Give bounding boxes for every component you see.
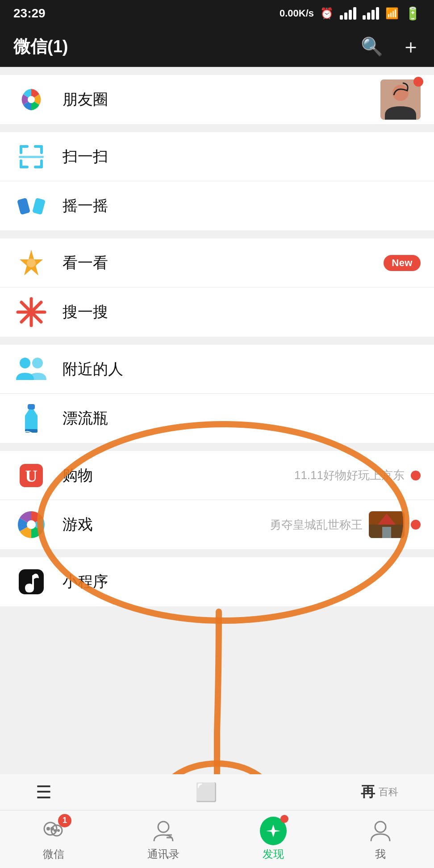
pengyouquan-right: [380, 79, 421, 120]
tab-wechat-icon-wrap: 1: [40, 818, 67, 844]
divider-top: [0, 67, 434, 75]
tab-contacts[interactable]: 通讯录: [147, 818, 179, 861]
svg-point-21: [20, 358, 30, 368]
svg-point-16: [27, 259, 36, 267]
tab-contacts-icon-wrap: [150, 818, 177, 844]
kankan-label: 看一看: [63, 253, 384, 273]
system-bar: ☰ ⬜ 再 百科: [0, 774, 434, 810]
badge-new: New: [384, 255, 421, 271]
wechat-badge: 1: [58, 814, 71, 827]
sousuou-label: 搜一搜: [63, 302, 421, 322]
app-title: 微信(1): [13, 35, 68, 58]
games-icon: [13, 507, 49, 542]
shopping-right: 11.11好物好玩上京东: [294, 467, 421, 483]
games-subtitle: 勇夺皇城乱世称王: [270, 517, 363, 533]
bottle-icon: [13, 401, 49, 436]
shopping-dot: [411, 471, 421, 480]
network-speed: 0.00K/s: [280, 8, 314, 19]
shopping-subtitle: 11.11好物好玩上京东: [294, 467, 405, 483]
shake-icon: [13, 188, 49, 224]
discover-circle: [260, 817, 287, 845]
svg-point-46: [375, 822, 386, 832]
kankan-right: New: [384, 255, 421, 271]
menu-item-miniprogram[interactable]: 小程序: [0, 557, 434, 606]
svg-rect-13: [17, 198, 30, 215]
home-btn[interactable]: ⬜: [195, 782, 217, 803]
section-shop: U 购物 11.11好物好玩上京东: [0, 451, 434, 549]
menu-item-bottle[interactable]: 漂流瓶: [0, 394, 434, 443]
clock-icon: ⏰: [320, 7, 334, 20]
tab-wechat[interactable]: 1 微信: [40, 818, 67, 861]
menu-item-pengyouquan[interactable]: 朋友圈: [0, 75, 434, 124]
divider-4: [0, 443, 434, 451]
pengyouquan-label: 朋友圈: [63, 89, 380, 110]
svg-rect-14: [32, 198, 46, 215]
divider-1: [0, 124, 434, 132]
miniprogram-icon: [13, 564, 49, 600]
divider-2: [0, 230, 434, 238]
nearby-icon: [13, 351, 49, 387]
menu-item-shake[interactable]: 摇一摇: [0, 181, 434, 230]
shopping-icon: U: [13, 458, 49, 493]
svg-rect-7: [40, 145, 43, 154]
status-bar: 23:29 0.00K/s ⏰ 📶 🔋: [0, 0, 434, 27]
menu-item-sousuou[interactable]: 搜一搜: [0, 288, 434, 337]
section-discover: 看一看 New 搜一搜: [0, 238, 434, 337]
svg-point-41: [57, 829, 60, 832]
pengyouquan-notification-dot: [413, 77, 423, 87]
status-right: 0.00K/s ⏰ 📶 🔋: [280, 6, 421, 21]
brand-label: 百科: [379, 785, 398, 799]
section-social: 朋友圈: [0, 75, 434, 124]
signal-icon-2: [363, 7, 379, 20]
games-thumbnail: [369, 511, 405, 538]
logo-area: 再 百科: [361, 782, 398, 802]
tab-discover[interactable]: 发现: [260, 818, 287, 861]
menu-item-games[interactable]: 游戏 勇夺皇城乱世称王: [0, 500, 434, 549]
divider-3: [0, 337, 434, 345]
wifi-icon: 📶: [385, 7, 399, 20]
svg-rect-32: [382, 527, 391, 538]
menu-item-kankan[interactable]: 看一看 New: [0, 238, 434, 288]
divider-5: [0, 549, 434, 557]
svg-point-42: [158, 822, 169, 832]
menu-item-shopping[interactable]: U 购物 11.11好物好玩上京东: [0, 451, 434, 500]
avatar-svg: [380, 79, 421, 120]
sousuou-icon: [13, 294, 49, 330]
search-icon[interactable]: 🔍: [361, 36, 383, 57]
shopping-label: 购物: [63, 465, 294, 486]
tab-me-label: 我: [375, 847, 386, 861]
contacts-tab-icon: [151, 819, 175, 843]
bottle-label: 漂流瓶: [63, 408, 421, 429]
games-label: 游戏: [63, 514, 270, 535]
scan-label: 扫一扫: [63, 146, 421, 167]
svg-text:U: U: [25, 467, 37, 485]
brand-icon: 再: [361, 782, 375, 802]
add-icon[interactable]: ＋: [401, 33, 421, 60]
menu-item-nearby[interactable]: 附近的人: [0, 345, 434, 394]
pengyouquan-svg: [15, 83, 47, 116]
avatar-image: [380, 79, 421, 120]
section-mini: 小程序: [0, 557, 434, 606]
svg-point-37: [46, 827, 50, 830]
svg-point-22: [32, 358, 43, 368]
content-area: 朋友圈: [0, 67, 434, 714]
svg-marker-45: [266, 825, 280, 837]
tab-wechat-label: 微信: [43, 847, 64, 861]
title-actions: 🔍 ＋: [361, 33, 421, 60]
section-nearby: 附近的人 漂流瓶: [0, 345, 434, 443]
tab-discover-label: 发现: [263, 847, 284, 861]
divider-bottom: [0, 606, 434, 620]
discover-dot: [280, 815, 288, 823]
title-bar: 微信(1) 🔍 ＋: [0, 27, 434, 67]
svg-rect-5: [20, 145, 22, 154]
svg-rect-25: [25, 429, 38, 433]
svg-rect-9: [20, 159, 22, 168]
tab-discover-icon-wrap: [260, 818, 287, 844]
menu-item-scan[interactable]: 扫一扫: [0, 132, 434, 181]
section-tools: 扫一扫 摇一摇: [0, 132, 434, 230]
me-tab-icon: [368, 819, 392, 843]
tab-me[interactable]: 我: [367, 818, 394, 861]
avatar-wrap: [380, 79, 421, 120]
svg-point-28: [27, 520, 36, 529]
menu-btn[interactable]: ☰: [36, 782, 52, 802]
